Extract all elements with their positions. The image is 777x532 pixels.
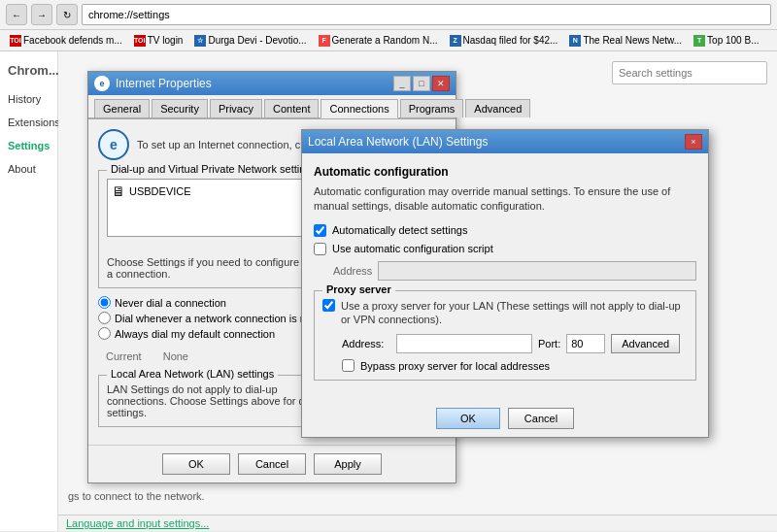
lan-settings-dialog: Local Area Network (LAN) Settings × Auto… bbox=[301, 129, 709, 438]
proxy-address-label: Address: bbox=[342, 338, 390, 349]
bypass-checkbox[interactable] bbox=[342, 359, 355, 372]
bookmark-1[interactable]: TOI Facebook defends m... bbox=[6, 34, 126, 48]
lan-titlebar-buttons: × bbox=[685, 134, 702, 150]
inet-dialog-titlebar: e Internet Properties _ □ ✕ bbox=[88, 72, 456, 95]
auto-config-desc: Automatic configuration may override man… bbox=[314, 184, 696, 215]
bookmark-favicon-2: TOI bbox=[134, 35, 146, 47]
bookmark-favicon-5: Z bbox=[450, 35, 461, 47]
proxy-section: Proxy server Use a proxy server for your… bbox=[314, 290, 696, 382]
bookmark-favicon-1: TOI bbox=[10, 35, 21, 47]
current-label: Current bbox=[98, 349, 150, 364]
bookmark-label-3: Durga Devi - Devotio... bbox=[208, 35, 306, 46]
inet-cancel-button[interactable]: Cancel bbox=[238, 453, 306, 475]
proxy-use-row: Use a proxy server for your LAN (These s… bbox=[322, 299, 688, 327]
bookmark-favicon-4: F bbox=[319, 35, 330, 47]
bookmarks-bar: TOI Facebook defends m... TOI TV login ☆… bbox=[0, 30, 777, 51]
bottom-text: gs to connect to the network. bbox=[68, 490, 205, 502]
bookmark-label-5: Nasdaq filed for $42... bbox=[463, 35, 558, 46]
bookmark-4[interactable]: F Generate a Random N... bbox=[315, 34, 442, 48]
port-label: Port: bbox=[538, 338, 560, 349]
radio-always-label: Always dial my default connection bbox=[115, 328, 275, 340]
chrome-label: Chrom... bbox=[4, 59, 53, 82]
bookmark-2[interactable]: TOI TV login bbox=[130, 34, 187, 48]
vpn-section-label: Dial-up and Virtual Private Network sett… bbox=[107, 163, 321, 175]
bookmark-label-2: TV login bbox=[148, 35, 184, 46]
bookmark-label-1: Facebook defends m... bbox=[23, 35, 122, 46]
radio-always-input[interactable] bbox=[98, 327, 111, 340]
inet-dialog-footer: OK Cancel Apply bbox=[88, 445, 456, 482]
vpn-icon: 🖥 bbox=[112, 183, 125, 199]
close-button[interactable]: ✕ bbox=[432, 76, 450, 91]
lan-close-button[interactable]: × bbox=[685, 134, 702, 150]
language-settings-link[interactable]: Language and input settings... bbox=[66, 517, 209, 529]
lan-dialog-body: Automatic configuration Automatic config… bbox=[302, 153, 708, 400]
sidebar-item-about[interactable]: About bbox=[4, 157, 53, 181]
ie-icon: e bbox=[94, 76, 110, 91]
sidebar-item-settings[interactable]: Settings bbox=[4, 134, 53, 157]
forward-button[interactable]: → bbox=[31, 4, 52, 25]
use-script-checkbox[interactable] bbox=[314, 243, 326, 255]
auto-detect-checkbox[interactable] bbox=[314, 224, 326, 237]
use-proxy-label: Use a proxy server for your LAN (These s… bbox=[341, 299, 688, 327]
tab-programs[interactable]: Programs bbox=[400, 99, 464, 117]
lan-dialog-title: Local Area Network (LAN) Settings bbox=[308, 135, 488, 149]
address-bar[interactable] bbox=[82, 4, 771, 25]
lan-ok-button[interactable]: OK bbox=[436, 408, 500, 429]
radio-never-label: Never dial a connection bbox=[115, 297, 226, 309]
inet-dialog-tabs: General Security Privacy Content Connect… bbox=[88, 95, 456, 119]
bypass-row: Bypass proxy server for local addresses bbox=[342, 359, 688, 372]
browser-body: Chrom... History Extensions Settings Abo… bbox=[0, 51, 777, 531]
refresh-button[interactable]: ↻ bbox=[56, 4, 78, 25]
proxy-addr-row: Address: Port: Advanced bbox=[342, 334, 688, 353]
tab-general[interactable]: General bbox=[94, 99, 150, 117]
lan-cancel-button[interactable]: Cancel bbox=[508, 408, 574, 429]
bookmark-3[interactable]: ☆ Durga Devi - Devotio... bbox=[190, 34, 310, 48]
proxy-section-label: Proxy server bbox=[322, 283, 395, 295]
titlebar-buttons: _ □ ✕ bbox=[393, 76, 450, 91]
bookmark-label-7: Top 100 B... bbox=[707, 35, 759, 46]
dialog-overlay: e Internet Properties _ □ ✕ General Secu… bbox=[58, 51, 777, 531]
bookmark-label-4: Generate a Random N... bbox=[332, 35, 438, 46]
browser-toolbar: ← → ↻ bbox=[0, 0, 777, 30]
minimize-button[interactable]: _ bbox=[393, 76, 411, 91]
port-input[interactable] bbox=[566, 334, 605, 353]
vpn-item-1[interactable]: 🖥 USBDEVICE bbox=[112, 183, 191, 199]
auto-config-title: Automatic configuration bbox=[314, 165, 696, 179]
radio-never-input[interactable] bbox=[98, 296, 111, 309]
tab-privacy[interactable]: Privacy bbox=[210, 99, 262, 117]
tab-advanced[interactable]: Advanced bbox=[465, 99, 530, 117]
sidebar-item-extensions[interactable]: Extensions bbox=[4, 111, 53, 134]
current-value: None bbox=[155, 349, 196, 364]
address-input[interactable] bbox=[378, 261, 696, 281]
language-settings-bar: Language and input settings... bbox=[58, 515, 777, 531]
bottom-text-content: gs to connect to the network. bbox=[68, 490, 205, 502]
use-proxy-checkbox[interactable] bbox=[322, 299, 335, 312]
proxy-address-input[interactable] bbox=[396, 334, 532, 353]
lan-section-label: Local Area Network (LAN) settings bbox=[107, 368, 278, 380]
tab-connections[interactable]: Connections bbox=[321, 99, 397, 118]
tab-security[interactable]: Security bbox=[152, 99, 208, 117]
inet-apply-button[interactable]: Apply bbox=[314, 453, 382, 475]
bookmark-7[interactable]: T Top 100 B... bbox=[690, 34, 762, 48]
auto-detect-row: Automatically detect settings bbox=[314, 224, 696, 237]
main-content: e Internet Properties _ □ ✕ General Secu… bbox=[58, 51, 777, 531]
tab-content[interactable]: Content bbox=[264, 99, 320, 117]
maximize-button[interactable]: □ bbox=[413, 76, 430, 91]
vpn-item-label: USBDEVICE bbox=[129, 185, 191, 197]
bookmark-favicon-7: T bbox=[693, 35, 705, 47]
radio-whenever-input[interactable] bbox=[98, 312, 111, 324]
back-button[interactable]: ← bbox=[6, 4, 27, 25]
lan-dialog-footer: OK Cancel bbox=[302, 400, 708, 437]
bookmark-label-6: The Real News Netw... bbox=[583, 35, 682, 46]
use-script-label: Use automatic configuration script bbox=[332, 243, 493, 254]
bookmark-6[interactable]: N The Real News Netw... bbox=[565, 34, 686, 48]
sidebar-item-history[interactable]: History bbox=[4, 87, 53, 111]
inet-ok-button[interactable]: OK bbox=[162, 453, 230, 475]
auto-detect-label: Automatically detect settings bbox=[332, 224, 467, 236]
address-row: Address bbox=[333, 261, 696, 281]
bookmark-favicon-3: ☆ bbox=[194, 35, 206, 47]
bookmark-5[interactable]: Z Nasdaq filed for $42... bbox=[446, 34, 562, 48]
advanced-button[interactable]: Advanced bbox=[611, 334, 680, 353]
bypass-label: Bypass proxy server for local addresses bbox=[360, 360, 550, 372]
bookmark-favicon-6: N bbox=[569, 35, 581, 47]
